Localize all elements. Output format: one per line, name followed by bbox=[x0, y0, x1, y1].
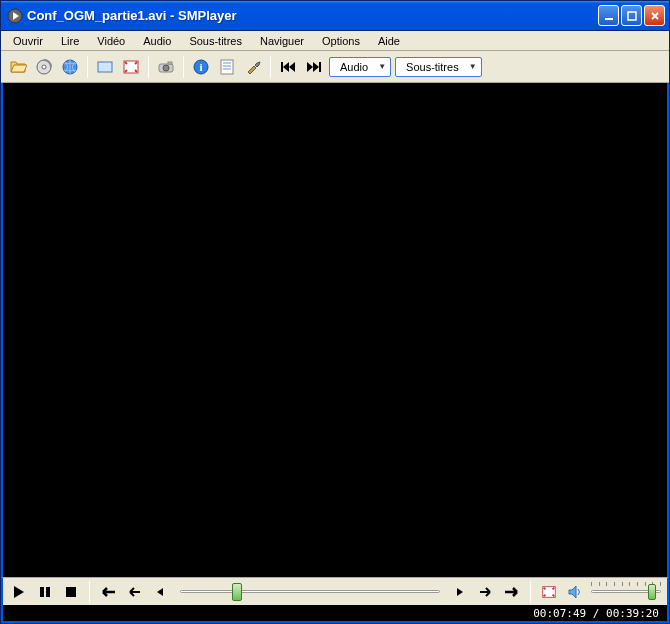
window-title: Conf_OGM_partie1.avi - SMPlayer bbox=[27, 8, 598, 23]
rewind-large-icon[interactable] bbox=[98, 582, 118, 602]
svg-rect-11 bbox=[168, 62, 172, 64]
svg-rect-14 bbox=[221, 60, 233, 74]
video-display[interactable] bbox=[1, 83, 669, 577]
forward-large-icon[interactable] bbox=[502, 582, 522, 602]
svg-rect-2 bbox=[605, 18, 613, 20]
menu-open[interactable]: Ouvrir bbox=[5, 33, 51, 49]
audio-dropdown-label: Audio bbox=[340, 61, 368, 73]
menu-options[interactable]: Options bbox=[314, 33, 368, 49]
svg-rect-23 bbox=[319, 62, 321, 72]
menu-play[interactable]: Lire bbox=[53, 33, 87, 49]
svg-marker-20 bbox=[289, 62, 295, 72]
status-bar: 00:07:49 / 00:39:20 bbox=[1, 605, 669, 623]
svg-marker-28 bbox=[157, 588, 163, 596]
preferences-icon[interactable] bbox=[242, 56, 264, 78]
svg-rect-27 bbox=[66, 587, 76, 597]
toolbar-separator bbox=[270, 56, 271, 78]
next-chapter-icon[interactable] bbox=[303, 56, 325, 78]
rewind-medium-icon[interactable] bbox=[124, 582, 144, 602]
chevron-down-icon: ▼ bbox=[469, 62, 477, 71]
pause-button[interactable] bbox=[35, 582, 55, 602]
seek-slider[interactable] bbox=[180, 583, 440, 601]
total-time: 00:39:20 bbox=[606, 607, 659, 620]
open-url-icon[interactable] bbox=[59, 56, 81, 78]
svg-rect-3 bbox=[628, 12, 636, 20]
toolbar-separator bbox=[87, 56, 88, 78]
svg-point-5 bbox=[42, 65, 46, 69]
compact-mode-icon[interactable] bbox=[94, 56, 116, 78]
toolbar: i Audio ▼ Sous-titres ▼ bbox=[1, 51, 669, 83]
forward-small-icon[interactable] bbox=[450, 582, 470, 602]
playlist-icon[interactable] bbox=[216, 56, 238, 78]
subtitles-dropdown-label: Sous-titres bbox=[406, 61, 459, 73]
svg-marker-21 bbox=[307, 62, 313, 72]
chevron-down-icon: ▼ bbox=[378, 62, 386, 71]
current-time: 00:07:49 bbox=[533, 607, 586, 620]
open-file-icon[interactable] bbox=[7, 56, 29, 78]
minimize-button[interactable] bbox=[598, 5, 619, 26]
close-button[interactable] bbox=[644, 5, 665, 26]
menu-video[interactable]: Vidéo bbox=[89, 33, 133, 49]
time-separator: / bbox=[586, 607, 606, 620]
volume-thumb[interactable] bbox=[648, 584, 656, 600]
control-separator bbox=[530, 581, 531, 603]
forward-medium-icon[interactable] bbox=[476, 582, 496, 602]
screenshot-icon[interactable] bbox=[155, 56, 177, 78]
mute-icon[interactable] bbox=[565, 582, 585, 602]
svg-text:i: i bbox=[199, 61, 202, 73]
info-icon[interactable]: i bbox=[190, 56, 212, 78]
menu-audio[interactable]: Audio bbox=[135, 33, 179, 49]
maximize-button[interactable] bbox=[621, 5, 642, 26]
menu-navigate[interactable]: Naviguer bbox=[252, 33, 312, 49]
subtitles-dropdown[interactable]: Sous-titres ▼ bbox=[395, 57, 482, 77]
svg-rect-18 bbox=[281, 62, 283, 72]
seek-thumb[interactable] bbox=[232, 583, 242, 601]
fullscreen-toggle-icon[interactable] bbox=[539, 582, 559, 602]
svg-marker-24 bbox=[14, 586, 24, 598]
toolbar-separator bbox=[148, 56, 149, 78]
play-button[interactable] bbox=[9, 582, 29, 602]
menu-help[interactable]: Aide bbox=[370, 33, 408, 49]
app-icon bbox=[7, 8, 23, 24]
svg-marker-31 bbox=[569, 586, 576, 598]
titlebar[interactable]: Conf_OGM_partie1.avi - SMPlayer bbox=[1, 1, 669, 31]
volume-slider[interactable] bbox=[591, 583, 661, 601]
control-separator bbox=[89, 581, 90, 603]
svg-marker-22 bbox=[313, 62, 319, 72]
svg-rect-25 bbox=[40, 587, 44, 597]
svg-marker-19 bbox=[283, 62, 289, 72]
audio-track-dropdown[interactable]: Audio ▼ bbox=[329, 57, 391, 77]
rewind-small-icon[interactable] bbox=[150, 582, 170, 602]
fullscreen-icon[interactable] bbox=[120, 56, 142, 78]
svg-point-10 bbox=[163, 65, 169, 71]
control-bar bbox=[1, 577, 669, 605]
open-disc-icon[interactable] bbox=[33, 56, 55, 78]
seek-track bbox=[180, 590, 440, 593]
menu-subtitles[interactable]: Sous-titres bbox=[181, 33, 250, 49]
previous-chapter-icon[interactable] bbox=[277, 56, 299, 78]
svg-rect-26 bbox=[46, 587, 50, 597]
stop-button[interactable] bbox=[61, 582, 81, 602]
svg-rect-7 bbox=[98, 62, 112, 72]
toolbar-separator bbox=[183, 56, 184, 78]
svg-marker-29 bbox=[457, 588, 463, 596]
menubar: Ouvrir Lire Vidéo Audio Sous-titres Navi… bbox=[1, 31, 669, 51]
